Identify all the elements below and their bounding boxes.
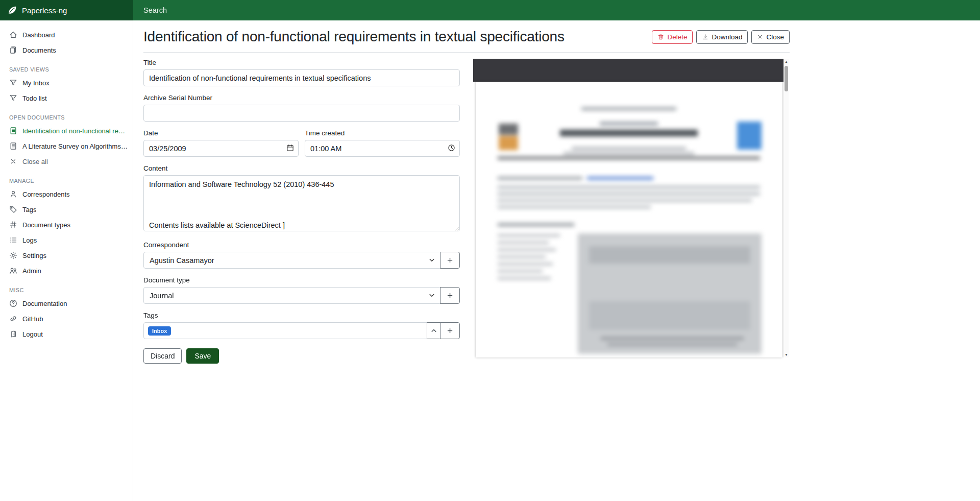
asn-input[interactable] — [143, 105, 460, 122]
sidebar-item-open-doc-1[interactable]: Identification of non-functional require… — [0, 123, 133, 138]
date-input[interactable] — [143, 140, 299, 157]
sidebar-item-label: Admin — [22, 267, 41, 275]
sidebar-item-label: Documents — [22, 46, 56, 54]
scroll-down-icon[interactable]: ▼ — [784, 353, 789, 356]
app-title: Paperless-ng — [22, 6, 67, 15]
pdf-toolbar — [473, 59, 783, 82]
sidebar-item-correspondents[interactable]: Correspondents — [0, 186, 133, 202]
person-icon — [9, 190, 17, 198]
sidebar-item-documents[interactable]: Documents — [0, 42, 133, 58]
time-created-input[interactable] — [305, 140, 460, 157]
tag-icon — [9, 205, 17, 213]
tags-label: Tags — [143, 312, 460, 319]
pdf-page-blurred-content — [476, 82, 782, 357]
sidebar-item-admin[interactable]: Admin — [0, 263, 133, 278]
sidebar-item-label: A Literature Survey on Algorithms for Mu… — [22, 142, 128, 150]
sidebar-item-logs[interactable]: Logs — [0, 232, 133, 248]
preview-scrollbar[interactable]: ▲ ▼ — [783, 59, 789, 357]
sidebar-item-label: Logout — [22, 330, 43, 338]
sidebar-section-manage: MANAGE — [0, 169, 133, 186]
question-icon — [9, 299, 17, 307]
link-icon — [9, 315, 17, 323]
sidebar-item-settings[interactable]: Settings — [0, 248, 133, 263]
close-button[interactable]: Close — [751, 30, 790, 44]
app-logo[interactable]: Paperless-ng — [0, 0, 133, 20]
file-text-icon — [9, 142, 17, 150]
funnel-icon — [9, 94, 17, 102]
sidebar-item-label: Tags — [22, 206, 36, 213]
global-search-input[interactable] — [133, 0, 980, 20]
funnel-icon — [9, 79, 17, 87]
title-label: Title — [143, 59, 460, 66]
document-type-label: Document type — [143, 276, 460, 284]
list-icon — [9, 236, 17, 244]
scrollbar-thumb[interactable] — [785, 66, 788, 91]
correspondent-label: Correspondent — [143, 241, 460, 249]
main-area: Identification of non-functional require… — [133, 20, 980, 501]
top-navbar: Paperless-ng — [0, 0, 980, 20]
correspondent-select[interactable]: Agustin Casamayor — [143, 252, 440, 269]
add-tag-button[interactable]: + — [440, 322, 460, 339]
save-button[interactable]: Save — [186, 348, 219, 364]
document-edit-form: Title Archive Serial Number Date — [143, 59, 460, 364]
x-icon — [9, 157, 17, 165]
sidebar-item-label: Document types — [22, 221, 70, 229]
sidebar-item-open-doc-2[interactable]: A Literature Survey on Algorithms for Mu… — [0, 138, 133, 154]
hash-icon — [9, 221, 17, 229]
house-icon — [9, 31, 17, 39]
sidebar-section-saved-views: SAVED VIEWS — [0, 58, 133, 75]
sidebar-item-logout[interactable]: Logout — [0, 326, 133, 342]
chevron-up-icon — [431, 329, 436, 332]
sidebar-item-documentation[interactable]: Documentation — [0, 296, 133, 311]
download-icon — [702, 34, 708, 40]
sidebar-item-label: Identification of non-functional require… — [22, 127, 128, 135]
chevron-down-icon — [429, 258, 434, 262]
sidebar-item-close-all[interactable]: Close all — [0, 154, 133, 169]
sidebar-item-my-inbox[interactable]: My Inbox — [0, 75, 133, 90]
sidebar-section-misc: MISC — [0, 278, 133, 296]
tags-dropdown-button[interactable] — [427, 322, 440, 339]
add-document-type-button[interactable]: + — [440, 287, 460, 304]
document-actions: Delete Download Close — [652, 30, 790, 44]
trash-icon — [657, 34, 664, 40]
delete-button[interactable]: Delete — [652, 30, 693, 44]
sidebar-item-label: Logs — [22, 236, 37, 244]
sidebar-item-label: Close all — [22, 158, 48, 165]
pdf-preview: ▲ ▼ — [473, 59, 789, 357]
gear-icon — [9, 251, 17, 259]
close-icon — [757, 34, 763, 40]
sidebar-item-label: My Inbox — [22, 79, 50, 87]
file-text-icon — [9, 127, 17, 135]
page-title: Identification of non-functional require… — [143, 29, 565, 45]
scroll-up-icon[interactable]: ▲ — [784, 60, 789, 63]
files-icon — [9, 46, 17, 54]
tags-input[interactable]: Inbox — [143, 322, 427, 339]
content-label: Content — [143, 164, 460, 172]
sidebar-item-document-types[interactable]: Document types — [0, 217, 133, 232]
add-correspondent-button[interactable]: + — [440, 252, 460, 269]
sidebar-item-label: Correspondents — [22, 190, 70, 198]
tag-badge-inbox[interactable]: Inbox — [148, 326, 171, 336]
sidebar-item-dashboard[interactable]: Dashboard — [0, 27, 133, 42]
calendar-icon — [286, 144, 294, 154]
title-input[interactable] — [143, 69, 460, 86]
leaf-icon — [7, 5, 17, 15]
sidebar-section-open-documents: OPEN DOCUMENTS — [0, 106, 133, 123]
content-textarea[interactable]: Information and Software Technology 52 (… — [143, 175, 460, 231]
date-label: Date — [143, 129, 299, 137]
sidebar-item-tags[interactable]: Tags — [0, 202, 133, 217]
download-button[interactable]: Download — [696, 30, 748, 44]
discard-button[interactable]: Discard — [143, 348, 182, 364]
door-icon — [9, 330, 17, 338]
people-icon — [9, 267, 17, 275]
document-type-select[interactable]: Journal — [143, 287, 440, 304]
clock-icon — [448, 144, 455, 154]
time-created-label: Time created — [305, 129, 460, 137]
chevron-down-icon — [429, 294, 434, 297]
sidebar-item-label: Dashboard — [22, 31, 55, 39]
sidebar: Dashboard Documents SAVED VIEWS My Inbox… — [0, 20, 133, 501]
sidebar-item-todo-list[interactable]: Todo list — [0, 90, 133, 106]
header-divider — [143, 52, 790, 53]
sidebar-item-github[interactable]: GitHub — [0, 311, 133, 326]
sidebar-item-label: Documentation — [22, 300, 67, 307]
